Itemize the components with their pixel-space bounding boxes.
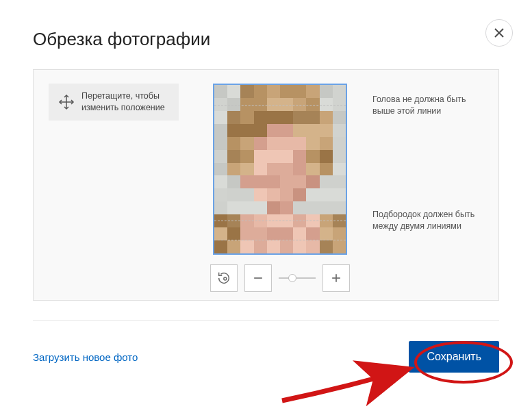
rotate-icon (216, 271, 231, 286)
annotation-arrow (279, 366, 416, 408)
zoom-slider-track (279, 277, 316, 279)
guideline-middle (214, 221, 346, 221)
zoom-in-button[interactable] (322, 264, 350, 292)
guideline-bottom (214, 240, 346, 240)
guideline-top-label-line1: Голова не должна быть (372, 95, 466, 104)
guideline-top-label-line2: выше этой линии (372, 106, 441, 116)
rotate-button[interactable] (210, 264, 238, 292)
zoom-controls (210, 264, 350, 292)
zoom-out-button[interactable] (244, 264, 272, 292)
guideline-top (214, 105, 346, 106)
guideline-bottom-label-line1: Подбородок должен быть (372, 210, 474, 219)
page-title: Обрезка фотографии (33, 29, 499, 50)
move-icon (58, 94, 75, 110)
drag-hint-box: Перетащите, чтобы изменить положение (49, 84, 179, 121)
svg-point-4 (224, 277, 227, 280)
guideline-bottom-label-line2: между двумя линиями (372, 221, 461, 231)
photo-placeholder (214, 85, 346, 253)
close-icon (494, 28, 504, 38)
save-button[interactable]: Сохранить (409, 341, 499, 373)
zoom-slider-thumb[interactable] (288, 274, 296, 282)
plus-icon (329, 271, 343, 285)
drag-hint-text: Перетащите, чтобы изменить положение (81, 90, 169, 114)
photo-crop-area[interactable] (213, 84, 347, 255)
crop-panel: Перетащите, чтобы изменить положение (33, 69, 499, 301)
guideline-bottom-label: Подбородок должен быть между двумя линия… (372, 209, 489, 232)
footer: Загрузить новое фото Сохранить (33, 321, 499, 373)
minus-icon (251, 271, 265, 285)
zoom-slider[interactable] (279, 276, 316, 280)
upload-new-photo-link[interactable]: Загрузить новое фото (33, 351, 138, 363)
close-button[interactable] (485, 19, 513, 47)
guideline-top-label: Голова не должна быть выше этой линии (372, 94, 489, 117)
